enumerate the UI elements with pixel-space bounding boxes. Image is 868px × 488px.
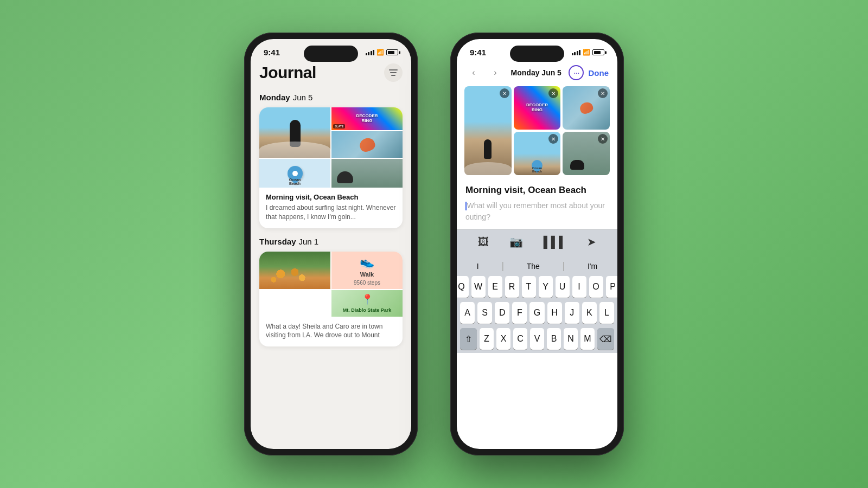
key-Q[interactable]: Q [457,276,469,298]
map-image: 📍 Mt. Diablo State Park [331,290,403,317]
entry-title: Morning visit, Ocean Beach [465,185,609,196]
more-button[interactable]: ··· [569,65,584,80]
battery-icon-right [592,49,604,55]
key-H[interactable]: H [547,302,562,324]
forward-button[interactable]: › [487,65,503,81]
key-I[interactable]: I [572,276,586,298]
camera-icon[interactable]: 📷 [509,235,523,248]
suggestion-1[interactable]: I [477,262,479,271]
date-header-2: Thursday Jun 1 [259,237,403,246]
key-W[interactable]: W [471,276,486,298]
close-dog[interactable]: ✕ [598,134,608,144]
journal-content: Journal Monday Jun 5 [251,61,411,439]
key-R[interactable]: R [505,276,519,298]
walk-steps: 9560 steps [354,280,380,286]
decoder-ring-label-right: DECODERRING [526,103,548,113]
journal-title: Journal [259,63,316,82]
close-beach-person[interactable]: ✕ [500,88,509,98]
key-F[interactable]: F [512,302,527,324]
more-icon: ··· [573,68,580,77]
day-label-2: Thursday [259,237,296,246]
signal-icon-right [572,50,581,55]
key-U[interactable]: U [556,276,570,298]
key-V[interactable]: V [530,328,544,350]
slate-badge: SLATE [333,124,345,129]
card-images-2: 👟 Walk 9560 steps 📍 Mt. Diablo State Par… [259,252,403,317]
key-rows: Q W E R T Y U I O P A S D F G H [460,276,614,350]
filter-button[interactable] [384,63,403,82]
edit-header: ‹ › Monday Jun 5 ··· Done [457,61,617,86]
key-S[interactable]: S [477,302,492,324]
ocean-beach-label: OceanBeach [514,166,561,173]
key-T[interactable]: T [522,276,536,298]
key-G[interactable]: G [529,302,544,324]
flowers-image [259,252,330,290]
card-body-1: I dreamed about surfing last night. When… [266,203,396,222]
journal-card-1[interactable]: DECODERRING SLATE OceanBeach Mor [259,107,403,228]
key-A[interactable]: A [460,302,475,324]
dynamic-island-right [510,46,564,62]
key-Y[interactable]: Y [539,276,553,298]
ocean-beach-image: OceanBeach [259,159,330,188]
key-N[interactable]: N [564,328,578,350]
key-J[interactable]: J [565,302,579,324]
media-beach-person: ✕ [464,86,512,175]
decoder-ring-label: DECODERRING [356,114,378,124]
journal-header: Journal [259,63,403,82]
back-button[interactable]: ‹ [465,65,482,81]
status-icons-right: 📶 [572,49,605,56]
keyboard-suggestions: I | The | I'm [460,258,614,276]
card-title-1: Morning visit, Ocean Beach [266,193,396,201]
card-text-2: What a day! Sheila and Caro are in town … [259,317,403,347]
media-dog: ✕ [563,132,610,175]
dog-image [331,159,403,188]
key-shift[interactable]: ⇧ [460,328,477,350]
key-delete[interactable]: ⌫ [597,328,614,350]
filter-icon [389,69,398,76]
entry-placeholder[interactable]: What will you remember most about your o… [465,200,609,223]
photos-icon[interactable]: 🖼 [478,236,489,248]
time-left: 9:41 [264,48,280,57]
dynamic-island-left [304,46,358,62]
footprint-icon: 👟 [360,255,374,269]
shell-shape [358,136,376,153]
phone-left: 9:41 📶 Journal [244,33,418,455]
close-shell[interactable]: ✕ [598,88,608,98]
suggestion-2[interactable]: The [527,262,540,271]
key-row-2: A S D F G H J K L [460,302,614,324]
time-right: 9:41 [470,48,486,57]
suggestion-3[interactable]: I'm [588,262,597,271]
audio-icon[interactable]: ▌▌▌ [544,236,567,248]
edit-media: ✕ DECODERRING ✕ ✕ [457,86,617,181]
divider-1: | [501,260,504,272]
beach-person-image [259,107,330,158]
location-icon[interactable]: ➤ [587,235,596,248]
keyboard: I | The | I'm Q W E R T Y U I O P [457,254,617,353]
date-header-1: Monday Jun 5 [259,93,403,102]
key-K[interactable]: K [582,302,597,324]
key-E[interactable]: E [488,276,502,298]
ocean-beach-text: OceanBeach [289,178,301,185]
map-pin-icon: 📍 [361,293,373,305]
done-button[interactable]: Done [588,68,609,78]
key-P[interactable]: P [606,276,618,298]
key-Z[interactable]: Z [480,328,494,350]
media-shell: ✕ [563,86,610,130]
journal-card-2[interactable]: 👟 Walk 9560 steps 📍 Mt. Diablo State Par… [259,252,403,347]
wifi-icon-right: 📶 [583,49,590,56]
card-images-1: DECODERRING SLATE OceanBeach [259,107,403,188]
key-B[interactable]: B [547,328,561,350]
key-O[interactable]: O [589,276,603,298]
key-C[interactable]: C [513,328,527,350]
decoder-ring-image: DECODERRING SLATE [331,107,403,130]
key-L[interactable]: L [599,302,614,324]
key-M[interactable]: M [580,328,595,350]
header-nav: ‹ › [465,65,503,81]
edit-text-area[interactable]: Morning visit, Ocean Beach What will you… [457,181,617,229]
key-D[interactable]: D [495,302,509,324]
header-actions: ··· Done [569,65,609,80]
walk-label: Walk [360,271,374,278]
key-row-3: ⇧ Z X C V B N M ⌫ [460,328,614,350]
key-X[interactable]: X [496,328,510,350]
card-text-1: Morning visit, Ocean Beach I dreamed abo… [259,188,403,228]
